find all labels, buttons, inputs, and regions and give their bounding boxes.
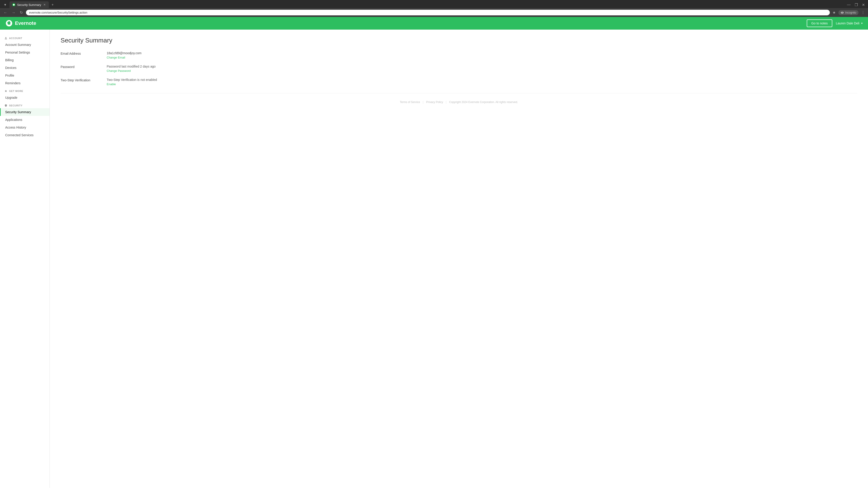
account-section-label: ACCOUNT [0,34,50,41]
sidebar-item-applications[interactable]: Applications [0,116,50,124]
privacy-link[interactable]: Privacy Policy [426,101,443,104]
browser-chrome: ▼ Security Summary ✕ + — ❐ ✕ ← → ↻ evern… [0,0,868,17]
email-address-link[interactable]: Change Email [107,56,857,59]
security-icon [4,104,7,107]
new-tab-button[interactable]: + [50,2,55,8]
menu-icon[interactable]: ⋮ [860,9,866,15]
toolbar-icons: ★ Incognito ⋮ [832,9,866,15]
brand-logo[interactable]: Evernote [5,20,36,27]
browser-toolbar: ← → ↻ evernote.com/secure/SecuritySettin… [0,8,868,17]
terms-link[interactable]: Terms of Service [400,101,420,104]
two-step-verification-status: Two-Step Verification is not enabled [107,78,857,82]
sidebar: ACCOUNT Account SummaryPersonal Settings… [0,30,50,488]
email-address-label: Email Address [61,51,101,59]
incognito-label: Incognito [845,11,856,14]
sidebar-security-group: Security SummaryApplicationsAccess Histo… [0,108,50,139]
minimize-button[interactable]: — [846,2,852,8]
tab-close-button[interactable]: ✕ [43,3,46,7]
address-bar[interactable]: evernote.com/secure/SecuritySettings.act… [26,10,830,15]
sidebar-item-upgrade[interactable]: Upgrade [0,94,50,101]
sidebar-getmore-group: Upgrade [0,94,50,101]
main-content: Security Summary Email Address18a1cfd9@m… [50,30,868,488]
password-value: Password last modified 2 days agoChange … [107,65,857,72]
account-icon [4,37,7,39]
user-name: Lauren Dale Deli [836,22,860,25]
tab-bar: ▼ Security Summary ✕ + — ❐ ✕ [0,0,868,8]
user-menu[interactable]: Lauren Dale Deli ▾ [836,22,863,25]
email-address-status: 18a1cfd9@moodjoy.com [107,51,857,55]
page-title: Security Summary [61,37,857,44]
tab-favicon [12,3,16,6]
get-more-section-label: GET MORE [0,87,50,94]
evernote-icon [5,20,13,27]
copyright-text: Copyright 2024 Evernote Corporation. All… [449,101,518,104]
incognito-badge: Incognito [838,10,859,15]
two-step-verification-link[interactable]: Enable [107,83,857,86]
back-button[interactable]: ← [2,10,8,15]
browser-tab[interactable]: Security Summary ✕ [9,1,49,8]
sidebar-item-account-summary[interactable]: Account Summary [0,41,50,48]
maximize-button[interactable]: ❐ [853,2,859,8]
star-icon[interactable]: ★ [832,9,837,15]
app-header: Evernote Go to notes Lauren Dale Deli ▾ [0,17,868,30]
brand-name: Evernote [15,20,36,26]
sidebar-item-billing[interactable]: Billing [0,56,50,64]
page-footer: Terms of Service | Privacy Policy | Copy… [61,93,857,111]
email-address-value: 18a1cfd9@moodjoy.comChange Email [107,51,857,59]
sidebar-item-devices[interactable]: Devices [0,64,50,72]
go-to-notes-button[interactable]: Go to notes [807,20,832,27]
sidebar-item-security-summary[interactable]: Security Summary [0,108,50,116]
app-body: ACCOUNT Account SummaryPersonal Settings… [0,30,868,488]
password-status: Password last modified 2 days ago [107,65,857,68]
forward-button[interactable]: → [10,10,17,15]
sidebar-account-group: Account SummaryPersonal SettingsBillingD… [0,41,50,87]
footer-separator-2: | [446,101,446,104]
incognito-icon [841,11,844,14]
sidebar-item-reminders[interactable]: Reminders [0,79,50,87]
settings-grid: Email Address18a1cfd9@moodjoy.comChange … [61,51,857,86]
reload-button[interactable]: ↻ [19,9,24,15]
close-button[interactable]: ✕ [861,2,866,8]
chevron-down-icon: ▾ [861,22,863,25]
sidebar-item-access-history[interactable]: Access History [0,124,50,131]
two-step-verification-value: Two-Step Verification is not enabledEnab… [107,78,857,86]
two-step-verification-label: Two-Step Verification [61,78,101,86]
sidebar-item-profile[interactable]: Profile [0,72,50,79]
security-section-label: SECURITY [0,101,50,108]
footer-separator-1: | [423,101,423,104]
tab-title: Security Summary [17,3,41,6]
header-right: Go to notes Lauren Dale Deli ▾ [807,20,863,27]
url-text: evernote.com/secure/SecuritySettings.act… [29,11,87,14]
sidebar-item-personal-settings[interactable]: Personal Settings [0,48,50,56]
password-link[interactable]: Change Password [107,69,857,72]
sidebar-item-connected-services[interactable]: Connected Services [0,131,50,139]
tab-list-button[interactable]: ▼ [2,2,8,7]
password-label: Password [61,65,101,72]
get-more-icon [4,90,7,92]
